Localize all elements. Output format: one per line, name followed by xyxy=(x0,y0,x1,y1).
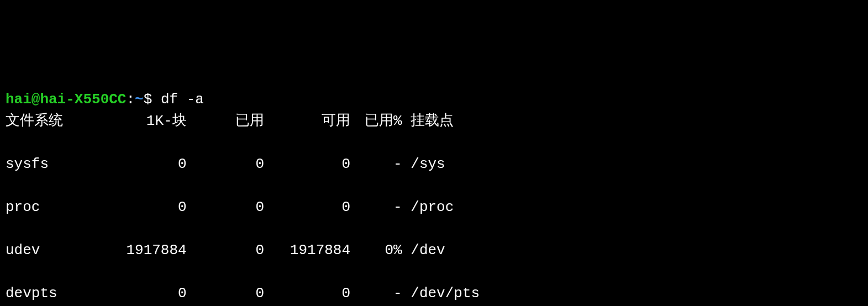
cell-used: 0 xyxy=(187,197,264,218)
prompt-path: ~ xyxy=(135,91,144,108)
cell-use-pct: - xyxy=(350,154,402,175)
table-row: sysfs000-/sys xyxy=(6,154,862,175)
cell-use-pct: - xyxy=(350,197,402,218)
cell-filesystem: devpts xyxy=(6,283,101,304)
terminal-output[interactable]: hai@hai-X550CC:~$ df -a 文件系统1K-块已用可用已用%挂… xyxy=(6,89,862,306)
cell-filesystem: sysfs xyxy=(6,154,101,175)
header-mounted-on: 挂载点 xyxy=(402,110,454,132)
command-text: df -a xyxy=(161,91,204,108)
prompt-colon: : xyxy=(126,91,135,108)
table-row: proc000-/proc xyxy=(6,197,862,218)
cell-used: 0 xyxy=(187,240,264,261)
header-used: 已用 xyxy=(187,110,264,132)
cell-use-pct: - xyxy=(350,283,402,304)
cell-blocks: 1917884 xyxy=(101,240,187,261)
cell-mounted-on: /dev xyxy=(402,240,445,261)
prompt-dollar: $ xyxy=(144,91,152,108)
header-filesystem: 文件系统 xyxy=(6,110,101,132)
header-blocks: 1K-块 xyxy=(101,110,187,132)
table-row: udev1917884019178840%/dev xyxy=(6,240,862,261)
cell-mounted-on: /sys xyxy=(402,154,445,175)
cell-available: 0 xyxy=(264,283,350,304)
cell-use-pct: 0% xyxy=(350,240,402,261)
cell-available: 0 xyxy=(264,197,350,218)
cell-mounted-on: /proc xyxy=(402,197,454,218)
cell-used: 0 xyxy=(187,154,264,175)
table-header-row: 文件系统1K-块已用可用已用%挂载点 xyxy=(6,110,862,132)
cell-filesystem: udev xyxy=(6,240,101,261)
table-row: devpts000-/dev/pts xyxy=(6,283,862,304)
cell-available: 1917884 xyxy=(264,240,350,261)
cell-blocks: 0 xyxy=(101,197,187,218)
cell-blocks: 0 xyxy=(101,154,187,175)
header-use-pct: 已用% xyxy=(350,110,402,132)
prompt-line: hai@hai-X550CC:~$ df -a xyxy=(6,91,204,108)
prompt-user-host: hai@hai-X550CC xyxy=(6,91,126,108)
header-available: 可用 xyxy=(264,110,350,132)
cell-filesystem: proc xyxy=(6,197,101,218)
cell-blocks: 0 xyxy=(101,283,187,304)
cell-available: 0 xyxy=(264,154,350,175)
cell-mounted-on: /dev/pts xyxy=(402,283,480,304)
cell-used: 0 xyxy=(187,283,264,304)
